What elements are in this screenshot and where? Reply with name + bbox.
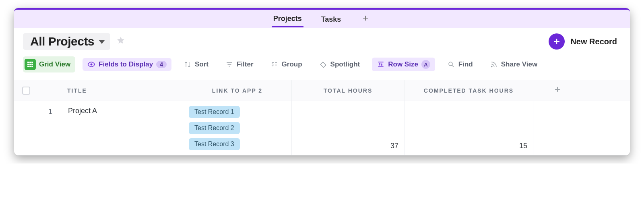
- fields-count-badge: 4: [156, 61, 167, 68]
- filter-icon: [225, 60, 233, 68]
- row-index: 1: [38, 101, 62, 155]
- row-size-button[interactable]: Row Size A: [372, 58, 435, 71]
- rss-icon: [490, 60, 498, 68]
- row-size-badge: A: [421, 60, 430, 69]
- group-label: Group: [282, 60, 302, 68]
- row-number-header: [38, 80, 62, 101]
- fields-to-display-button[interactable]: Fields to Display 4: [83, 58, 171, 71]
- filter-label: Filter: [237, 60, 254, 68]
- eye-icon: [87, 60, 95, 68]
- add-column-button[interactable]: [554, 86, 561, 95]
- plus-icon: [554, 86, 561, 93]
- svg-rect-1: [29, 62, 31, 63]
- svg-rect-2: [31, 62, 33, 63]
- share-view-button[interactable]: Share View: [485, 58, 542, 71]
- select-all-checkbox[interactable]: [22, 87, 30, 95]
- svg-point-10: [449, 62, 452, 66]
- star-icon: [116, 35, 126, 45]
- cell-total-hours[interactable]: 37: [292, 101, 405, 155]
- new-record-button[interactable]: New Record: [549, 33, 621, 50]
- svg-rect-0: [27, 62, 29, 63]
- title-row: All Projects New Record: [14, 28, 630, 52]
- plus-icon: [362, 14, 369, 22]
- row-size-icon: [377, 60, 385, 68]
- cell-title[interactable]: Project A: [62, 101, 183, 155]
- cell-completed-task-hours[interactable]: 15: [405, 101, 533, 155]
- svg-rect-6: [27, 66, 29, 67]
- cell-empty: [533, 101, 582, 155]
- svg-point-11: [491, 66, 492, 67]
- grid-view-button[interactable]: Grid View: [23, 56, 75, 72]
- new-record-label: New Record: [570, 37, 617, 46]
- sort-button[interactable]: Sort: [179, 58, 213, 71]
- grid-icon: [25, 59, 36, 70]
- svg-rect-8: [31, 66, 33, 67]
- row-size-label: Row Size: [388, 60, 418, 68]
- chevron-down-icon: [99, 40, 105, 44]
- favorite-star-button[interactable]: [116, 35, 126, 48]
- spotlight-label: Spotlight: [330, 60, 360, 68]
- table-header: TITLE LINK TO APP 2 TOTAL HOURS COMPLETE…: [14, 80, 630, 101]
- svg-rect-5: [31, 64, 33, 65]
- svg-rect-3: [27, 64, 29, 65]
- svg-rect-4: [29, 64, 31, 65]
- find-button[interactable]: Find: [442, 58, 478, 71]
- cell-link-to-app[interactable]: Test Record 1 Test Record 2 Test Record …: [183, 101, 292, 155]
- add-column-header: [533, 80, 582, 101]
- tabs-bar: Projects Tasks: [14, 10, 630, 28]
- col-link-to-app[interactable]: LINK TO APP 2: [183, 80, 292, 101]
- col-completed-task-hours[interactable]: COMPLETED TASK HOURS: [405, 80, 533, 101]
- share-view-label: Share View: [501, 60, 537, 68]
- linked-record-chip[interactable]: Test Record 1: [189, 106, 240, 118]
- sort-icon: [184, 60, 192, 68]
- fields-label: Fields to Display: [99, 60, 153, 68]
- group-icon: [270, 60, 279, 68]
- grid-view-label: Grid View: [39, 60, 70, 68]
- group-button[interactable]: Group: [266, 58, 307, 71]
- row-checkbox-cell: [14, 101, 38, 155]
- plus-circle-icon: [549, 33, 565, 50]
- col-title[interactable]: TITLE: [62, 80, 183, 101]
- data-table: TITLE LINK TO APP 2 TOTAL HOURS COMPLETE…: [14, 80, 630, 155]
- linked-record-chip[interactable]: Test Record 2: [189, 122, 240, 134]
- table-row[interactable]: 1 Project A Test Record 1 Test Record 2 …: [14, 101, 630, 155]
- linked-record-chip[interactable]: Test Record 3: [189, 138, 240, 150]
- svg-point-9: [91, 64, 93, 66]
- search-icon: [447, 60, 455, 68]
- find-label: Find: [458, 60, 473, 68]
- sort-label: Sort: [195, 60, 208, 68]
- add-tab-button[interactable]: [359, 12, 372, 26]
- col-total-hours[interactable]: TOTAL HOURS: [292, 80, 405, 101]
- spotlight-button[interactable]: Spotlight: [314, 58, 365, 71]
- svg-rect-7: [29, 66, 31, 67]
- app-window: Projects Tasks All Projects New Record G…: [14, 8, 630, 155]
- toolbar: Grid View Fields to Display 4 Sort Filte…: [14, 52, 630, 80]
- tab-tasks[interactable]: Tasks: [320, 11, 343, 27]
- linked-records: Test Record 1 Test Record 2 Test Record …: [189, 106, 286, 150]
- view-title: All Projects: [30, 35, 94, 48]
- filter-button[interactable]: Filter: [221, 58, 258, 71]
- select-all-header: [14, 80, 38, 101]
- view-selector[interactable]: All Projects: [23, 33, 110, 50]
- spotlight-icon: [319, 60, 327, 68]
- tab-projects[interactable]: Projects: [272, 10, 303, 27]
